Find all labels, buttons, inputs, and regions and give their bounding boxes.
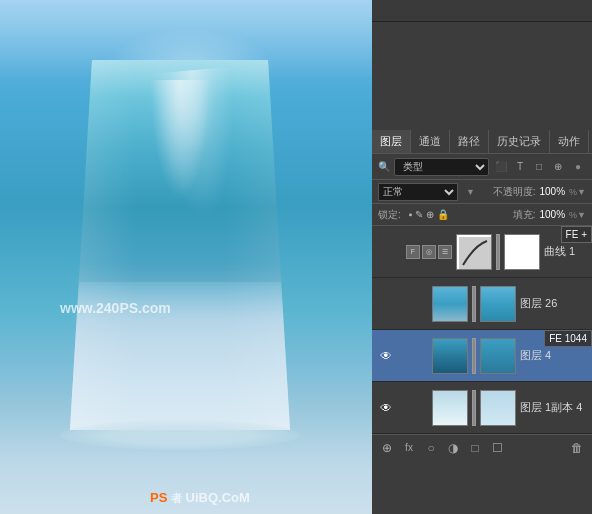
- layer-4-mask: [480, 338, 516, 374]
- glass-bottom: [60, 420, 300, 450]
- lock-icons-group: ▪ ✎ ⊕ 🔒: [409, 209, 450, 220]
- layer-26-mask: [480, 286, 516, 322]
- tab-layers[interactable]: 图层: [372, 130, 411, 153]
- lock-all-icon[interactable]: 🔒: [437, 209, 449, 220]
- link-layers-icon[interactable]: ⊕: [378, 439, 396, 457]
- layer-26-name: 图层 26: [520, 296, 586, 311]
- layer-copy4-chain: [472, 390, 476, 426]
- layer-info-copy4: 图层 1副本 4: [520, 400, 586, 415]
- layer-copy4-name: 图层 1副本 4: [520, 400, 586, 415]
- curves-icon-2: ◎: [422, 245, 436, 259]
- layer-item-copy4[interactable]: 👁 图层 1副本 4: [372, 382, 592, 434]
- lock-pixels-icon[interactable]: ✎: [415, 209, 423, 220]
- layer-eye-curves[interactable]: 👁: [378, 244, 394, 260]
- bottom-watermark: PS 者 UiBQ.CoM: [150, 490, 250, 506]
- panel-tab-bar: [372, 0, 592, 22]
- fill-label: 填充:: [513, 208, 536, 222]
- search-row: 🔍 类型 ⬛ T □ ⊕ ●: [372, 154, 592, 180]
- tab-paths[interactable]: 路径: [450, 130, 489, 153]
- curves-thumbnail: [456, 234, 492, 270]
- glass-container: [50, 60, 310, 450]
- top-history-panel: [372, 0, 592, 130]
- curves-graph: [459, 237, 491, 269]
- fe-plus-label: FE +: [561, 226, 592, 243]
- opacity-label: 不透明度:: [493, 185, 536, 199]
- layer-4-chain: [472, 338, 476, 374]
- layer-type-select[interactable]: 类型: [394, 158, 489, 176]
- layer-info-4: 图层 4: [520, 348, 586, 363]
- fill-dropdown-arrow: %▼: [569, 210, 586, 220]
- layer-fx-icons: F ◎ ☰: [406, 245, 452, 259]
- new-adjustment-icon[interactable]: ◑: [444, 439, 462, 457]
- tab-history[interactable]: 历史记录: [489, 130, 550, 153]
- lock-transparent-icon[interactable]: ▪: [409, 209, 413, 220]
- layer-26-chain: [472, 286, 476, 322]
- layer-info-curves: 曲线 1: [544, 244, 586, 259]
- glass-content: [70, 60, 290, 430]
- mode-opacity-row: 正常 ▼ 不透明度: 100% %▼: [372, 180, 592, 204]
- layer-4-preview: [433, 339, 467, 373]
- lock-position-icon[interactable]: ⊕: [426, 209, 434, 220]
- new-layer-icon[interactable]: ☐: [488, 439, 506, 457]
- layers-tab-bar: 图层 通道 路径 历史记录 动作: [372, 130, 592, 154]
- fe-1044-label: FE 1044: [544, 330, 592, 347]
- layer-item-26[interactable]: 👁 图层 26: [372, 278, 592, 330]
- layer-copy4-preview: [433, 391, 467, 425]
- lock-row: 锁定: ▪ ✎ ⊕ 🔒 填充: 100% %▼: [372, 204, 592, 226]
- tab-actions[interactable]: 动作: [550, 130, 589, 153]
- add-mask-icon[interactable]: ○: [422, 439, 440, 457]
- layers-panel: 图层 通道 路径 历史记录 动作 🔍 类型 ⬛ T □ ⊕ ● 正常 ▼ 不透明…: [372, 130, 592, 514]
- curves-icon-1: F: [406, 245, 420, 259]
- shape-filter-icon[interactable]: □: [531, 159, 547, 175]
- curves-preview: [459, 237, 489, 267]
- layer-copy4-thumbnail: [432, 390, 468, 426]
- layer-4-thumbnail: [432, 338, 468, 374]
- curves-layer-name: 曲线 1: [544, 244, 586, 259]
- watermark: www.240PS.com: [60, 300, 171, 316]
- layer-item-curves[interactable]: 👁 F ◎ ☰ 曲线 1: [372, 226, 592, 278]
- layer-26-preview: [433, 287, 467, 321]
- opacity-dropdown-arrow: %▼: [569, 187, 586, 197]
- opacity-value: 100%: [540, 186, 566, 197]
- lock-label: 锁定:: [378, 208, 401, 222]
- layer-info-26: 图层 26: [520, 296, 586, 311]
- layer-26-thumbnail: [432, 286, 468, 322]
- layer-chain-link: [496, 234, 500, 270]
- layer-copy4-mask: [480, 390, 516, 426]
- layer-eye-copy4[interactable]: 👁: [378, 400, 394, 416]
- delete-layer-icon[interactable]: 🗑: [568, 439, 586, 457]
- mode-dropdown-arrow: ▼: [466, 187, 475, 197]
- type-filter-icon[interactable]: T: [512, 159, 528, 175]
- glass-shape: [70, 60, 290, 430]
- curves-icon-3: ☰: [438, 245, 452, 259]
- search-type-icon: 🔍: [378, 161, 390, 172]
- layer-4-name: 图层 4: [520, 348, 586, 363]
- fill-value: 100%: [540, 209, 566, 220]
- fx-button[interactable]: fx: [400, 439, 418, 457]
- filter-toggle[interactable]: ●: [570, 159, 586, 175]
- layer-eye-4[interactable]: 👁: [378, 348, 394, 364]
- layer-eye-26[interactable]: 👁: [378, 296, 394, 312]
- curves-mask-thumb: [504, 234, 540, 270]
- layer-filter-icons: ⬛ T □ ⊕: [493, 159, 566, 175]
- new-group-icon[interactable]: □: [466, 439, 484, 457]
- smart-filter-icon[interactable]: ⊕: [550, 159, 566, 175]
- blend-mode-select[interactable]: 正常: [378, 183, 458, 201]
- tab-channels[interactable]: 通道: [411, 130, 450, 153]
- layer-toolbar: ⊕ fx ○ ◑ □ ☐ 🗑: [372, 434, 592, 460]
- pixel-filter-icon[interactable]: ⬛: [493, 159, 509, 175]
